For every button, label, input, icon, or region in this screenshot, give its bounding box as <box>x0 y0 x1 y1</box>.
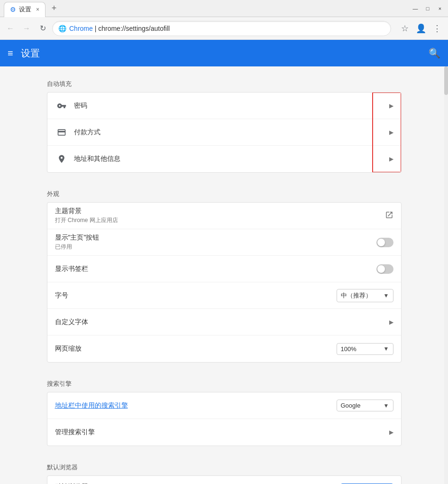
back-button[interactable]: ← <box>4 22 17 35</box>
window-controls: — □ × <box>411 4 444 13</box>
address-chevron-icon: ▶ <box>389 156 393 162</box>
theme-content: 主题背景 打开 Chrome 网上应用店 <box>55 207 385 224</box>
custom-fonts-chevron-icon: ▶ <box>389 319 393 326</box>
zoom-label: 网页缩放 <box>55 344 337 353</box>
minimize-button[interactable]: — <box>411 4 420 13</box>
theme-row[interactable]: 主题背景 打开 Chrome 网上应用店 <box>47 203 401 229</box>
address-input[interactable]: 🌐 Chrome | chrome://settings/autofill <box>52 21 391 36</box>
home-button-row[interactable]: 显示"主页"按钮 已停用 <box>47 229 401 256</box>
passwords-label: 密码 <box>74 102 389 110</box>
section-default-browser-title: 默认浏览器 <box>39 457 409 475</box>
font-size-dropdown[interactable]: 中（推荐） ▼ <box>337 289 393 302</box>
default-search-label[interactable]: 地址栏中使用的搜索引擎 <box>55 401 337 410</box>
custom-fonts-row[interactable]: 自定义字体 ▶ <box>47 309 401 335</box>
theme-sublabel: 打开 Chrome 网上应用店 <box>55 216 385 224</box>
address-row[interactable]: 地址和其他信息 ▶ <box>47 146 401 172</box>
default-search-row[interactable]: 地址栏中使用的搜索引擎 Google ▼ <box>47 392 401 419</box>
location-icon <box>55 154 68 164</box>
search-engine-dropdown-arrow: ▼ <box>384 402 389 409</box>
font-size-row[interactable]: 字号 中（推荐） ▼ <box>47 282 401 309</box>
font-size-dropdown-arrow: ▼ <box>384 292 389 299</box>
address-label: 地址和其他信息 <box>74 155 389 163</box>
card-icon <box>55 128 68 137</box>
home-button-toggle[interactable] <box>376 238 393 247</box>
default-search-content: 地址栏中使用的搜索引擎 <box>55 401 337 410</box>
payment-row[interactable]: 付款方式 ▶ <box>47 119 401 146</box>
set-default-label: 默认浏览器 <box>55 483 340 484</box>
site-secure-icon: 🌐 <box>58 25 66 32</box>
titlebar: ⚙ 设置 × + — □ × <box>0 0 448 17</box>
section-autofill-title: 自动填充 <box>39 74 409 92</box>
bookmarks-bar-label: 显示书签栏 <box>55 265 376 273</box>
manage-search-chevron-icon: ▶ <box>389 429 393 436</box>
address-bar: ← → ↻ 🌐 Chrome | chrome://settings/autof… <box>0 17 448 40</box>
maximize-button[interactable]: □ <box>423 4 432 13</box>
menu-button[interactable]: ⋮ <box>430 21 444 36</box>
zoom-content: 网页缩放 <box>55 344 337 353</box>
url-path: chrome://settings/autofill <box>98 25 170 32</box>
forward-button[interactable]: → <box>20 22 33 35</box>
passwords-label-content: 密码 <box>74 102 389 110</box>
bookmarks-bar-content: 显示书签栏 <box>55 265 376 273</box>
manage-search-row-right: ▶ <box>389 429 393 436</box>
tab-close-button[interactable]: × <box>36 6 39 13</box>
default-search-row-right: Google ▼ <box>337 400 393 411</box>
scrollbar-track[interactable] <box>444 66 448 484</box>
font-size-value: 中（推荐） <box>341 291 372 300</box>
section-appearance-title: 外观 <box>39 184 409 202</box>
search-engine-value: Google <box>341 402 361 409</box>
home-button-sublabel: 已停用 <box>55 243 376 251</box>
hamburger-menu-icon[interactable]: ≡ <box>8 48 13 59</box>
manage-search-row[interactable]: 管理搜索引擎 ▶ <box>47 419 401 446</box>
default-browser-card: 默认浏览器 将 Google Chrome 浏览器设为默认浏览器 设为默认选项 <box>47 475 402 484</box>
passwords-row-right: ▶ <box>389 102 393 109</box>
font-size-content: 字号 <box>55 291 337 300</box>
zoom-dropdown-arrow: ▼ <box>384 345 389 352</box>
section-search-title: 搜索引擎 <box>39 374 409 392</box>
window-close-button[interactable]: × <box>436 4 444 13</box>
new-tab-button[interactable]: + <box>47 2 61 15</box>
address-url: Chrome | chrome://settings/autofill <box>69 25 170 32</box>
scrollbar-thumb[interactable] <box>444 66 448 95</box>
manage-search-label: 管理搜索引擎 <box>55 428 389 437</box>
custom-fonts-content: 自定义字体 <box>55 318 389 326</box>
refresh-button[interactable]: ↻ <box>36 22 49 35</box>
address-row-right: ▶ <box>389 156 393 162</box>
passwords-row[interactable]: 密码 ▶ <box>47 93 401 119</box>
zoom-dropdown[interactable]: 100% ▼ <box>337 343 393 355</box>
settings-header: ≡ 设置 🔍 <box>0 40 448 66</box>
search-engine-dropdown[interactable]: Google ▼ <box>337 400 393 411</box>
search-icon[interactable]: 🔍 <box>429 47 440 59</box>
passwords-chevron-icon: ▶ <box>389 102 393 109</box>
key-icon <box>55 101 68 111</box>
url-brand: Chrome <box>69 25 93 32</box>
payment-label: 付款方式 <box>74 128 389 137</box>
bookmark-button[interactable]: ☆ <box>398 21 412 36</box>
payment-chevron-icon: ▶ <box>389 129 393 136</box>
payment-row-right: ▶ <box>389 129 393 136</box>
zoom-value: 100% <box>341 345 357 353</box>
home-button-label: 显示"主页"按钮 <box>55 233 376 242</box>
titlebar-left: ⚙ 设置 × + <box>4 0 61 17</box>
manage-search-content: 管理搜索引擎 <box>55 428 389 437</box>
zoom-row-right: 100% ▼ <box>337 343 393 355</box>
appearance-card: 主题背景 打开 Chrome 网上应用店 显示"主页"按钮 已停用 <box>47 202 402 363</box>
custom-fonts-label: 自定义字体 <box>55 318 389 326</box>
page-title: 设置 <box>21 47 40 60</box>
content-inner: 自动填充 密码 ▶ <box>39 66 409 484</box>
search-card: 地址栏中使用的搜索引擎 Google ▼ 管理搜索引擎 ▶ <box>47 392 402 446</box>
zoom-row[interactable]: 网页缩放 100% ▼ <box>47 335 401 362</box>
tab-title: 设置 <box>19 5 31 14</box>
active-tab[interactable]: ⚙ 设置 × <box>4 2 46 17</box>
bookmarks-bar-toggle[interactable] <box>376 264 393 274</box>
set-default-content: 默认浏览器 将 Google Chrome 浏览器设为默认浏览器 <box>55 483 340 484</box>
external-link-icon <box>385 211 393 221</box>
set-default-row[interactable]: 默认浏览器 将 Google Chrome 浏览器设为默认浏览器 设为默认选项 <box>47 476 401 484</box>
settings-content: 自动填充 密码 ▶ <box>0 66 448 484</box>
bookmarks-bar-row[interactable]: 显示书签栏 <box>47 256 401 282</box>
theme-row-right <box>385 211 393 221</box>
home-button-row-right <box>376 238 393 247</box>
font-size-label: 字号 <box>55 291 337 300</box>
payment-label-content: 付款方式 <box>74 128 389 137</box>
profile-button[interactable]: 👤 <box>414 21 428 36</box>
